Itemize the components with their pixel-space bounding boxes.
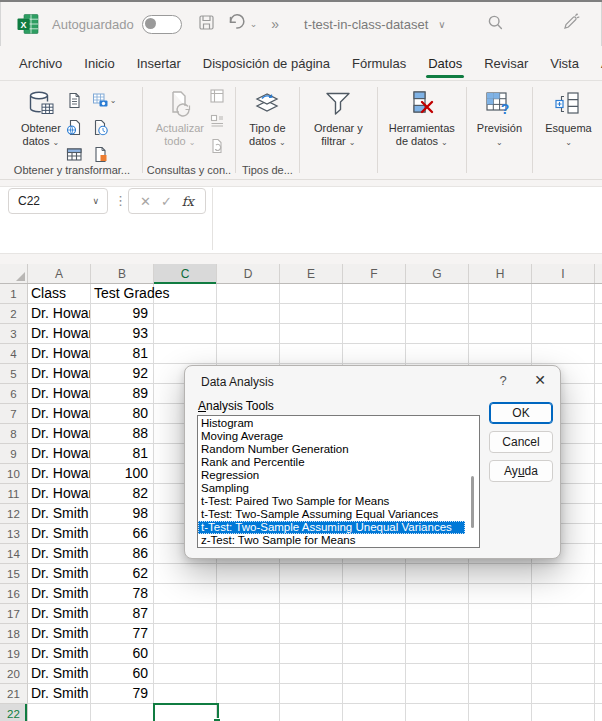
cell-G22[interactable] <box>406 704 469 721</box>
outline-button[interactable]: Esquema ⌄ <box>542 86 594 151</box>
cell-G19[interactable] <box>406 644 469 664</box>
cell-A21[interactable]: Dr. Smith <box>28 684 91 704</box>
cell-D17[interactable] <box>217 604 280 624</box>
cell-G17[interactable] <box>406 604 469 624</box>
cell-D21[interactable] <box>217 684 280 704</box>
queries-connections-icon[interactable] <box>209 88 225 104</box>
cell-C17[interactable] <box>154 604 217 624</box>
select-all-corner[interactable] <box>0 264 28 283</box>
cell-A12[interactable]: Dr. Smith <box>28 504 91 524</box>
cell-E1[interactable] <box>280 284 343 304</box>
cell-D16[interactable] <box>217 584 280 604</box>
cell-B22[interactable] <box>91 704 154 721</box>
column-header-g[interactable]: G <box>406 264 469 283</box>
cell-A2[interactable]: Dr. Howar <box>28 304 91 324</box>
dialog-close-icon[interactable]: ✕ <box>528 372 552 388</box>
cell-H1[interactable] <box>469 284 532 304</box>
enter-entry-icon[interactable]: ✓ <box>161 194 172 209</box>
cell-A3[interactable]: Dr. Howar <box>28 324 91 344</box>
cell-B20[interactable]: 60 <box>91 664 154 684</box>
cell-A13[interactable]: Dr. Smith <box>28 524 91 544</box>
from-table-range-icon[interactable] <box>66 146 92 163</box>
cell-B8[interactable]: 88 <box>91 424 154 444</box>
row-header-12[interactable]: 12 <box>0 504 28 524</box>
cell-C21[interactable] <box>154 684 217 704</box>
cell-I2[interactable] <box>532 304 595 324</box>
cell-F19[interactable] <box>343 644 406 664</box>
cell-F20[interactable] <box>343 664 406 684</box>
cell-G21[interactable] <box>406 684 469 704</box>
cell-B18[interactable]: 77 <box>91 624 154 644</box>
properties-icon[interactable] <box>209 113 225 129</box>
cell-G4[interactable] <box>406 344 469 364</box>
tab-revisar[interactable]: Revisar <box>473 46 539 80</box>
column-header-h[interactable]: H <box>469 264 532 283</box>
refresh-all-button[interactable]: Actualizar todo ⌄ <box>153 86 207 151</box>
analysis-tool-item[interactable]: Moving Average <box>198 430 465 443</box>
cell-A10[interactable]: Dr. Howar <box>28 464 91 484</box>
cell-G15[interactable] <box>406 564 469 584</box>
column-header-i[interactable]: I <box>532 264 595 283</box>
cell-B19[interactable]: 60 <box>91 644 154 664</box>
row-header-22[interactable]: 22 <box>0 704 28 721</box>
cell-A14[interactable]: Dr. Smith <box>28 544 91 564</box>
cell-I17[interactable] <box>532 604 595 624</box>
row-header-2[interactable]: 2 <box>0 304 28 324</box>
cell-B17[interactable]: 87 <box>91 604 154 624</box>
column-header-f[interactable]: F <box>343 264 406 283</box>
cell-F3[interactable] <box>343 324 406 344</box>
cell-I22[interactable] <box>532 704 595 721</box>
row-header-10[interactable]: 10 <box>0 464 28 484</box>
cell-F21[interactable] <box>343 684 406 704</box>
cell-A20[interactable]: Dr. Smith <box>28 664 91 684</box>
cell-B11[interactable]: 82 <box>91 484 154 504</box>
cell-B16[interactable]: 78 <box>91 584 154 604</box>
analysis-tool-item[interactable]: Histogram <box>198 417 465 430</box>
cell-E21[interactable] <box>280 684 343 704</box>
cell-D2[interactable] <box>217 304 280 324</box>
cell-I20[interactable] <box>532 664 595 684</box>
cell-D18[interactable] <box>217 624 280 644</box>
cell-H21[interactable] <box>469 684 532 704</box>
cell-E15[interactable] <box>280 564 343 584</box>
analysis-tool-item[interactable]: t-Test: Two-Sample Assuming Equal Varian… <box>198 508 465 521</box>
cell-B3[interactable]: 93 <box>91 324 154 344</box>
tab-vista[interactable]: Vista <box>539 46 590 80</box>
cell-E2[interactable] <box>280 304 343 324</box>
tab-f-rmulas[interactable]: Fórmulas <box>341 46 417 80</box>
cell-E22[interactable] <box>280 704 343 721</box>
search-icon[interactable] <box>487 14 504 35</box>
cell-B15[interactable]: 62 <box>91 564 154 584</box>
cell-I19[interactable] <box>532 644 595 664</box>
cell-I1[interactable] <box>532 284 595 304</box>
recent-sources-icon[interactable] <box>92 119 126 136</box>
document-title[interactable]: t-test-in-class-dataset ∨ <box>304 17 446 32</box>
cell-G20[interactable] <box>406 664 469 684</box>
cell-I21[interactable] <box>532 684 595 704</box>
cell-C15[interactable] <box>154 564 217 584</box>
dialog-help-button[interactable]: ? <box>492 373 514 388</box>
autosave-toggle[interactable] <box>142 15 182 34</box>
cell-G3[interactable] <box>406 324 469 344</box>
cell-C16[interactable] <box>154 584 217 604</box>
cell-D3[interactable] <box>217 324 280 344</box>
cell-A1[interactable]: Class <box>28 284 91 304</box>
cell-H17[interactable] <box>469 604 532 624</box>
cell-F17[interactable] <box>343 604 406 624</box>
row-header-16[interactable]: 16 <box>0 584 28 604</box>
cell-H15[interactable] <box>469 564 532 584</box>
get-data-button[interactable]: Obtener datos ⌄ <box>18 86 64 151</box>
analysis-tool-item[interactable]: z-Test: Two Sample for Means <box>198 534 465 547</box>
cell-F16[interactable] <box>343 584 406 604</box>
row-header-7[interactable]: 7 <box>0 404 28 424</box>
cell-D4[interactable] <box>217 344 280 364</box>
cell-C19[interactable] <box>154 644 217 664</box>
cell-H22[interactable] <box>469 704 532 721</box>
row-header-5[interactable]: 5 <box>0 364 28 384</box>
ok-button[interactable]: OK <box>489 402 553 424</box>
row-header-8[interactable]: 8 <box>0 424 28 444</box>
cell-C18[interactable] <box>154 624 217 644</box>
analysis-tool-item[interactable]: Rank and Percentile <box>198 456 465 469</box>
from-workbook-icon[interactable] <box>92 146 126 163</box>
cell-E16[interactable] <box>280 584 343 604</box>
